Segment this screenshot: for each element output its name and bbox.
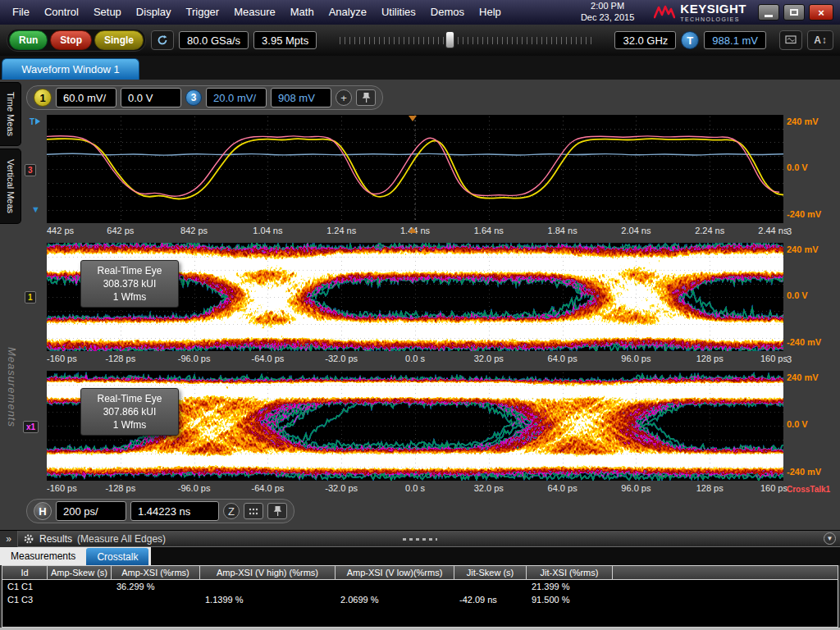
up-down-arrows-icon: ↕ bbox=[822, 34, 827, 46]
refresh-icon-button[interactable] bbox=[151, 30, 174, 50]
trigger-level-arrow[interactable]: ▼ bbox=[31, 204, 40, 214]
result-tabs: MeasurementsCrosstalk bbox=[0, 547, 151, 565]
close-button[interactable]: × bbox=[809, 4, 833, 21]
collapse-results-button[interactable]: ▼ bbox=[824, 532, 836, 545]
autoscale-label: A bbox=[814, 34, 821, 46]
menu-item-analyze[interactable]: Analyze bbox=[322, 0, 374, 25]
x-tick-label: 32.0 ps bbox=[474, 483, 504, 493]
display-icon bbox=[785, 35, 797, 45]
channel3-scale-field[interactable]: 20.0 mV/ bbox=[206, 88, 267, 107]
eye1-source-marker[interactable]: 1 bbox=[25, 291, 36, 304]
menu-item-math[interactable]: Math bbox=[283, 0, 322, 25]
display-settings-button[interactable] bbox=[779, 30, 802, 50]
menu-item-file[interactable]: File bbox=[5, 0, 37, 25]
timebase-position-field[interactable]: 1.44223 ns bbox=[130, 501, 219, 521]
menu: FileControlSetupDisplayTriggerMeasureMat… bbox=[0, 0, 509, 25]
channel3-badge[interactable]: 3 bbox=[185, 89, 202, 106]
tab-waveform-window-1[interactable]: Waveform Window 1 bbox=[2, 58, 139, 80]
grid-options-button[interactable] bbox=[244, 503, 263, 519]
tab-time-meas[interactable]: Time Meas bbox=[0, 82, 21, 146]
stop-button[interactable]: Stop bbox=[50, 30, 92, 50]
menu-item-measure[interactable]: Measure bbox=[226, 0, 283, 25]
menu-item-utilities[interactable]: Utilities bbox=[374, 0, 423, 25]
sample-rate-field[interactable]: 80.0 GSa/s bbox=[179, 31, 249, 49]
menu-item-display[interactable]: Display bbox=[129, 0, 179, 25]
add-waveform-button[interactable]: + bbox=[336, 89, 352, 106]
x-tick-label: -64.0 ps bbox=[252, 354, 285, 363]
y-axis-label: 0.0 V bbox=[787, 162, 838, 172]
trigger-level-field[interactable]: 988.1 mV bbox=[704, 31, 766, 49]
zoom-button[interactable]: Z bbox=[223, 503, 240, 519]
tab-measurements[interactable]: Measurements bbox=[0, 547, 86, 565]
trigger-position-marker-bottom[interactable] bbox=[409, 227, 417, 233]
trigger-badge[interactable]: T bbox=[681, 31, 699, 49]
run-control-group: Run Stop Single bbox=[7, 29, 146, 52]
column-header: Jit-Skew (s) bbox=[454, 566, 527, 579]
menu-item-help[interactable]: Help bbox=[472, 0, 509, 25]
pin-icon bbox=[362, 92, 371, 103]
channel3-offset-field[interactable]: 908 mV bbox=[271, 88, 331, 107]
x-tick-label: 642 ps bbox=[107, 226, 134, 235]
x-tick-label: -160 ps bbox=[47, 483, 77, 493]
tab-crosstalk[interactable]: Crosstalk bbox=[86, 548, 148, 565]
menu-item-demos[interactable]: Demos bbox=[423, 0, 472, 25]
x-tick-label: 160 ps bbox=[760, 483, 788, 493]
bandwidth-field[interactable]: 32.0 GHz bbox=[614, 31, 676, 49]
plot1-source-label: 3 bbox=[787, 226, 838, 236]
trigger-time-marker[interactable]: T bbox=[30, 117, 40, 126]
channel1-scale-field[interactable]: 60.0 mV/ bbox=[56, 88, 116, 107]
single-button[interactable]: Single bbox=[94, 30, 144, 50]
y-axis-label: 0.0 V bbox=[787, 419, 838, 429]
waveform-plot[interactable] bbox=[47, 115, 783, 223]
table-cell: 21.399 % bbox=[527, 582, 613, 591]
autoscale-button[interactable]: A↕ bbox=[807, 30, 833, 50]
table-cell: C1 C3 bbox=[2, 595, 48, 605]
pin-button[interactable] bbox=[356, 89, 376, 106]
measurements-watermark: Measurements bbox=[2, 293, 21, 482]
x-tick-label: 1.64 ns bbox=[474, 226, 504, 235]
x-tick-label: 160 ps bbox=[760, 354, 788, 363]
menu-item-trigger[interactable]: Trigger bbox=[178, 0, 226, 25]
x-tick-label: 1.84 ns bbox=[548, 226, 578, 235]
eye-overlay-count: 308.378 kUI bbox=[103, 277, 157, 290]
slider-handle[interactable] bbox=[445, 31, 454, 48]
horizontal-position-slider[interactable] bbox=[340, 30, 591, 50]
channel1-offset-field[interactable]: 0.0 V bbox=[121, 88, 181, 107]
table-row[interactable]: C1 C136.299 %21.399 % bbox=[2, 580, 838, 593]
splitter-grip[interactable] bbox=[403, 538, 437, 541]
y-axis-label: 240 mV bbox=[787, 244, 838, 254]
x-tick-label: 128 ps bbox=[696, 354, 724, 363]
x-tick-label: 64.0 ps bbox=[548, 354, 578, 363]
pin-button[interactable] bbox=[267, 503, 287, 519]
horizontal-badge[interactable]: H bbox=[34, 502, 52, 520]
restore-button[interactable] bbox=[783, 4, 805, 21]
y-axis-label: -240 mV bbox=[787, 467, 838, 477]
brand-text: KEYSIGHT TECHNOLOGIES bbox=[680, 2, 746, 22]
channel3-ground-marker[interactable]: 3 bbox=[25, 164, 36, 176]
trigger-position-marker-top[interactable] bbox=[409, 116, 417, 121]
minimize-button[interactable] bbox=[758, 4, 779, 21]
y-axis-label: -240 mV bbox=[787, 209, 838, 219]
eye2-source-marker[interactable]: x1 bbox=[23, 421, 39, 433]
eye-overlay-title: Real-Time Eye bbox=[98, 264, 162, 277]
memory-depth-field[interactable]: 3.95 Mpts bbox=[253, 31, 317, 49]
trigger-arrow-icon bbox=[35, 118, 40, 125]
menu-item-control[interactable]: Control bbox=[37, 0, 86, 25]
x-tick-label: 842 ps bbox=[180, 226, 208, 235]
table-row[interactable]: C1 C31.1399 %2.0699 %-42.09 ns91.500 % bbox=[2, 593, 838, 606]
gear-icon[interactable] bbox=[23, 533, 34, 545]
table-cell: -42.09 ns bbox=[454, 595, 527, 605]
run-button[interactable]: Run bbox=[9, 30, 48, 50]
run-control-toolbar: Run Stop Single 80.0 GSa/s 3.95 Mpts 32.… bbox=[0, 25, 840, 56]
expand-panel-button[interactable]: » bbox=[0, 531, 18, 547]
x-tick-label: 442 ps bbox=[47, 226, 74, 235]
table-cell: 91.500 % bbox=[527, 595, 613, 605]
menu-item-setup[interactable]: Setup bbox=[86, 0, 129, 25]
results-table-header: IdAmp-Skew (s)Amp-XSI (%rms)Amp-XSI (V h… bbox=[2, 566, 838, 580]
keysight-logo: KEYSIGHT TECHNOLOGIES bbox=[654, 2, 746, 22]
x-tick-label: 2.24 ns bbox=[695, 226, 724, 235]
tab-vertical-meas[interactable]: Vertical Meas bbox=[0, 148, 21, 224]
clock: 2:00 PM Dec 23, 2015 bbox=[581, 1, 634, 24]
channel1-badge[interactable]: 1 bbox=[34, 89, 52, 107]
timebase-scale-field[interactable]: 200 ps/ bbox=[56, 501, 126, 521]
